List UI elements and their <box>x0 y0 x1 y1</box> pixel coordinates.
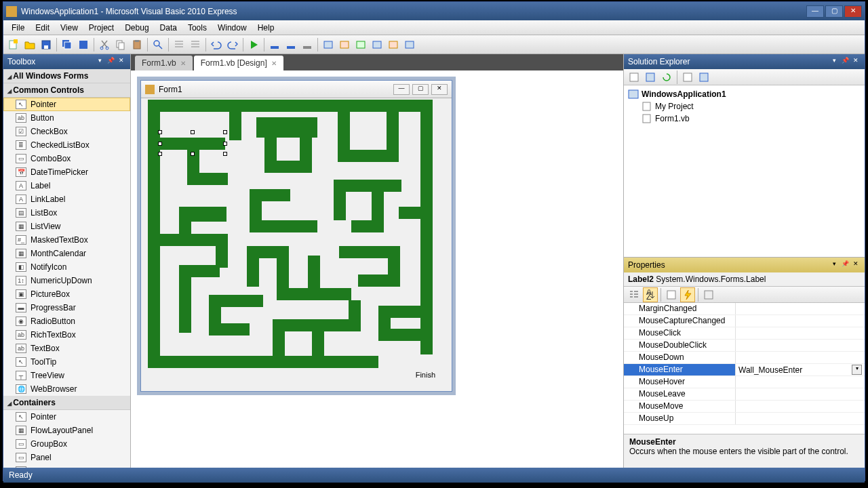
redo-button[interactable] <box>225 37 240 52</box>
finish-label[interactable]: Finish <box>416 371 435 379</box>
pin-icon[interactable]: 📌 <box>840 260 850 270</box>
properties-title[interactable]: Properties ▾ 📌 ✕ <box>624 258 865 272</box>
resize-handle[interactable] <box>191 152 195 156</box>
resize-handle[interactable] <box>223 130 227 134</box>
property-value[interactable] <box>736 303 865 314</box>
property-value[interactable] <box>736 401 865 412</box>
paste-button[interactable] <box>130 37 144 52</box>
tab-close-icon[interactable]: ✕ <box>271 60 277 67</box>
save-all-button[interactable] <box>60 37 75 52</box>
pin-icon[interactable]: 📌 <box>840 57 850 66</box>
wall[interactable] <box>148 356 378 368</box>
toolbox-item-radiobutton[interactable]: ◉RadioButton <box>3 314 130 328</box>
resize-handle[interactable] <box>223 142 227 146</box>
close-button[interactable]: ✕ <box>844 5 862 18</box>
menu-help[interactable]: Help <box>252 22 280 34</box>
ext-6-button[interactable] <box>402 37 417 52</box>
menu-file[interactable]: File <box>6 22 30 34</box>
tree-item[interactable]: My Project <box>628 100 861 113</box>
property-value[interactable] <box>736 413 865 424</box>
categorized-button[interactable] <box>627 287 642 302</box>
toolbox-item-pointer[interactable]: ↖Pointer <box>3 98 130 111</box>
toolbox-item-flowlayoutpanel[interactable]: ▦FlowLayoutPanel <box>3 424 130 437</box>
form-titlebar[interactable]: Form1 — ▢ ✕ <box>141 81 452 98</box>
wall[interactable] <box>420 100 433 354</box>
menu-window[interactable]: Window <box>212 22 252 34</box>
wall[interactable] <box>300 138 312 171</box>
form-close-button[interactable]: ✕ <box>431 84 448 95</box>
sol-close-icon[interactable]: ✕ <box>851 57 861 66</box>
new-project-button[interactable] <box>6 37 21 52</box>
toolbox-item-textbox[interactable]: abTextBox <box>3 342 130 355</box>
toolbox-item-combobox[interactable]: ▭ComboBox <box>3 152 130 165</box>
toolbox-item-checkbox[interactable]: ☑CheckBox <box>3 125 130 138</box>
property-row[interactable]: MouseMove <box>624 401 865 413</box>
property-value[interactable]: ▾ <box>736 364 865 375</box>
toolbox-item-webbrowser[interactable]: 🌐WebBrowser <box>3 382 130 396</box>
save-button[interactable] <box>39 37 54 52</box>
toolbox-item-pointer[interactable]: ↖Pointer <box>3 410 130 424</box>
step-out-button[interactable] <box>300 37 315 52</box>
wall[interactable] <box>250 220 317 232</box>
tab-close-icon[interactable]: ✕ <box>180 60 186 67</box>
step-into-button[interactable] <box>267 37 282 52</box>
toolbox-list[interactable]: All Windows FormsCommon Controls↖Pointer… <box>3 69 130 468</box>
toolbox-item-progressbar[interactable]: ▬ProgressBar <box>3 301 130 314</box>
ext-4-button[interactable] <box>370 37 384 52</box>
resize-handle[interactable] <box>158 130 162 134</box>
toolbox-item-treeview[interactable]: ┬TreeView <box>3 369 130 382</box>
wall[interactable] <box>179 265 220 277</box>
wall[interactable] <box>216 234 228 268</box>
menu-view[interactable]: View <box>55 22 83 34</box>
property-row[interactable]: MouseHover <box>624 376 865 388</box>
solution-tree[interactable]: WindowsApplication1 My ProjectForm1.vb <box>624 85 865 257</box>
property-row[interactable]: MouseUp <box>624 413 865 425</box>
toolbox-item-panel[interactable]: ▭Panel <box>3 451 130 464</box>
sol-viewdesign-button[interactable] <box>696 70 711 85</box>
dropdown-icon[interactable]: ▾ <box>852 365 862 375</box>
toolbox-group[interactable]: Common Controls <box>3 83 130 98</box>
document-tab[interactable]: Form1.vb✕ <box>135 56 193 70</box>
sol-viewcode-button[interactable] <box>680 70 695 85</box>
wall[interactable] <box>351 220 384 232</box>
property-row[interactable]: MarginChanged <box>624 303 865 315</box>
property-row[interactable]: MouseEnter▾ <box>624 364 865 376</box>
toolbox-item-numericupdown[interactable]: 1↕NumericUpDown <box>3 274 130 287</box>
resize-handle[interactable] <box>191 130 195 134</box>
toolbox-item-datetimepicker[interactable]: 📅DateTimePicker <box>3 165 130 179</box>
property-pages-button[interactable] <box>701 287 716 302</box>
property-value[interactable] <box>736 388 865 400</box>
uncomment-button[interactable] <box>188 37 203 52</box>
selected-wall[interactable] <box>160 138 225 150</box>
wall[interactable] <box>256 117 317 138</box>
toolbox-item-checkedlistbox[interactable]: ≣CheckedListBox <box>3 138 130 152</box>
wall[interactable] <box>308 256 320 288</box>
document-tab[interactable]: Form1.vb [Design]✕ <box>194 56 283 70</box>
toolbox-dd-icon[interactable]: ▾ <box>95 57 104 66</box>
toolbox-item-richtextbox[interactable]: abRichTextBox <box>3 328 130 342</box>
form-designer-window[interactable]: Form1 — ▢ ✕ <box>140 80 452 392</box>
menu-tools[interactable]: Tools <box>182 22 212 34</box>
pin-icon[interactable]: 📌 <box>106 57 115 66</box>
titlebar[interactable]: WindowsApplication1 - Microsoft Visual B… <box>3 2 865 20</box>
wall[interactable] <box>229 100 241 140</box>
minimize-button[interactable]: — <box>806 5 824 18</box>
maximize-button[interactable]: ▢ <box>825 5 843 18</box>
toolbox-item-label[interactable]: ALabel <box>3 179 130 192</box>
toolbox-item-groupbox[interactable]: ▭GroupBox <box>3 437 130 451</box>
start-button[interactable] <box>246 37 261 52</box>
wall[interactable] <box>187 173 228 185</box>
resize-handle[interactable] <box>223 152 227 156</box>
tree-item[interactable]: Form1.vb <box>628 113 861 125</box>
alphabetical-button[interactable]: AZ <box>643 287 658 302</box>
ext-5-button[interactable] <box>386 37 401 52</box>
toolbox-close-icon[interactable]: ✕ <box>117 57 126 66</box>
ext-1-button[interactable] <box>321 37 336 52</box>
property-value[interactable] <box>736 315 865 327</box>
property-value[interactable] <box>736 340 865 351</box>
property-row[interactable]: MouseCaptureChanged <box>624 315 865 327</box>
toolbox-item-button[interactable]: abButton <box>3 111 130 125</box>
wall[interactable] <box>273 319 361 331</box>
toolbox-item-listview[interactable]: ▦ListView <box>3 220 130 233</box>
sol-showall-button[interactable] <box>643 70 658 85</box>
